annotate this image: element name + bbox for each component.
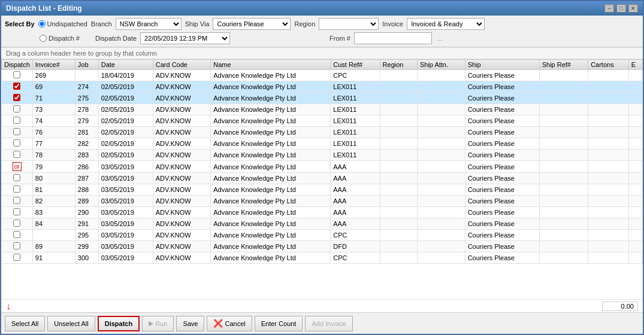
cell-ship_attn <box>417 127 465 138</box>
cell-ship_ref <box>539 252 588 264</box>
cell-date: 03/05/2019 <box>98 218 153 230</box>
dispatch-cell <box>2 104 33 115</box>
minimize-button[interactable]: – <box>604 4 614 13</box>
col-name[interactable]: Name <box>211 60 331 70</box>
cell-region <box>380 138 417 150</box>
cell-ship_attn <box>417 93 465 104</box>
cell-cartons <box>588 252 629 264</box>
col-custref[interactable]: Cust Ref# <box>331 60 380 70</box>
cell-job: 279 <box>75 115 98 127</box>
cell-date: 02/05/2019 <box>98 93 153 104</box>
run-button[interactable]: ▶ Run <box>142 316 174 331</box>
dispatch-checkbox[interactable] <box>13 185 20 193</box>
dispatch-checkbox[interactable] <box>13 220 20 227</box>
dispatch-cell <box>2 196 33 207</box>
cell-job: 300 <box>75 252 98 264</box>
col-cardcode[interactable]: Card Code <box>153 60 211 70</box>
cancel-button[interactable]: ❌ Cancel <box>207 316 252 331</box>
cell-ship_ref <box>539 138 588 150</box>
col-job[interactable]: Job <box>75 60 98 70</box>
col-shipattn[interactable]: Ship Attn. <box>417 60 465 70</box>
add-invoice-button[interactable]: Add Invoice <box>305 316 352 331</box>
cell-date: 03/05/2019 <box>98 252 153 264</box>
table-row: 7327802/05/2019ADV.KNOWAdvance Knowledge… <box>2 104 643 115</box>
dispatch-checkbox[interactable] <box>13 242 20 249</box>
region-label: Region <box>294 20 315 28</box>
total-value: 0.00 <box>602 302 638 311</box>
dispatch-checkbox[interactable] <box>13 139 20 147</box>
cell-ship: Couriers Please <box>465 173 539 184</box>
table-container[interactable]: Dispatch Invoice# Job Date Card Code Nam… <box>1 59 643 299</box>
dispatch-cell <box>2 252 33 264</box>
cell-region <box>380 150 417 161</box>
dispatch-checkbox[interactable] <box>13 128 20 135</box>
col-ship[interactable]: Ship <box>465 60 539 70</box>
region-select[interactable] <box>319 18 379 30</box>
col-e[interactable]: E <box>628 60 642 70</box>
col-cartons[interactable]: Cartons <box>588 60 629 70</box>
radio-undispatched-label: Undispatched <box>47 20 87 28</box>
dispatch-checkbox[interactable] <box>13 208 20 215</box>
cell-region <box>380 70 417 81</box>
dispatch-checkbox[interactable] <box>13 105 20 112</box>
dispatch-list-window: Dispatch List - Editing – □ ✕ Select By … <box>0 0 644 335</box>
dispatch-checkbox[interactable] <box>13 254 20 261</box>
dispatch-cell <box>2 207 33 218</box>
cell-job: 291 <box>75 218 98 230</box>
dispatch-checkbox[interactable] <box>13 71 20 78</box>
dispatch-date-select[interactable]: 22/05/2019 12:19 PM <box>140 32 230 44</box>
dispatch-checkbox[interactable] <box>13 151 20 158</box>
radio-undispatched[interactable] <box>38 20 46 28</box>
dispatch-checkbox[interactable] <box>13 83 20 90</box>
dispatch-cell <box>2 150 33 161</box>
cell-job: 283 <box>75 150 98 161</box>
cell-invoice: 76 <box>32 127 75 138</box>
dispatch-checkbox[interactable] <box>13 94 20 101</box>
table-row: 29503/05/2019ADV.KNOWAdvance Knowledge P… <box>2 230 643 241</box>
select-all-button[interactable]: Select All <box>5 316 45 331</box>
radio-dispatch-label: Dispatch # <box>49 35 80 42</box>
cell-region <box>380 173 417 184</box>
radio-dispatch[interactable] <box>40 35 47 42</box>
col-invoice[interactable]: Invoice# <box>32 60 75 70</box>
enter-count-button[interactable]: Enter Count <box>255 316 303 331</box>
cell-card_code: ADV.KNOW <box>153 161 211 173</box>
cell-ship_attn <box>417 230 465 241</box>
cell-job: 278 <box>75 104 98 115</box>
branch-select[interactable]: NSW Branch <box>116 18 182 30</box>
dispatch-checkbox[interactable] <box>13 174 20 181</box>
invoice-select[interactable]: Invoiced & Ready <box>407 18 485 30</box>
dispatch-checkbox[interactable] <box>13 197 20 204</box>
col-shipref[interactable]: Ship Ref# <box>539 60 588 70</box>
restore-button[interactable]: □ <box>616 4 626 13</box>
cell-name: Advance Knowledge Pty Ltd <box>211 81 331 93</box>
cell-card_code: ADV.KNOW <box>153 127 211 138</box>
table-row: or7928603/05/2019ADV.KNOWAdvance Knowled… <box>2 161 643 173</box>
cell-invoice: 80 <box>32 173 75 184</box>
from-input[interactable] <box>354 32 432 44</box>
col-date[interactable]: Date <box>98 60 153 70</box>
cell-e <box>628 252 642 264</box>
cell-ship_ref <box>539 207 588 218</box>
col-region[interactable]: Region <box>380 60 417 70</box>
cell-cartons <box>588 173 629 184</box>
cell-job: 286 <box>75 161 98 173</box>
col-dispatch[interactable]: Dispatch <box>2 60 33 70</box>
window-controls: – □ ✕ <box>604 4 638 13</box>
dispatch-checkbox[interactable] <box>13 117 20 124</box>
save-button[interactable]: Save <box>176 316 204 331</box>
cell-date: 02/05/2019 <box>98 81 153 93</box>
table-row: 8228903/05/2019ADV.KNOWAdvance Knowledge… <box>2 196 643 207</box>
cell-ship: Couriers Please <box>465 161 539 173</box>
unselect-all-button[interactable]: Unselect All <box>47 316 95 331</box>
close-button[interactable]: ✕ <box>628 4 638 13</box>
dispatch-checkbox[interactable] <box>13 231 20 238</box>
cell-date: 02/05/2019 <box>98 115 153 127</box>
cell-e <box>628 161 642 173</box>
cell-ship_attn <box>417 218 465 230</box>
dispatch-button[interactable]: Dispatch <box>98 316 140 331</box>
table-row: 8429103/05/2019ADV.KNOWAdvance Knowledge… <box>2 218 643 230</box>
ship-via-select[interactable]: Couriers Please <box>213 18 291 30</box>
dispatch-cell <box>2 93 33 104</box>
dispatch-cell <box>2 241 33 252</box>
